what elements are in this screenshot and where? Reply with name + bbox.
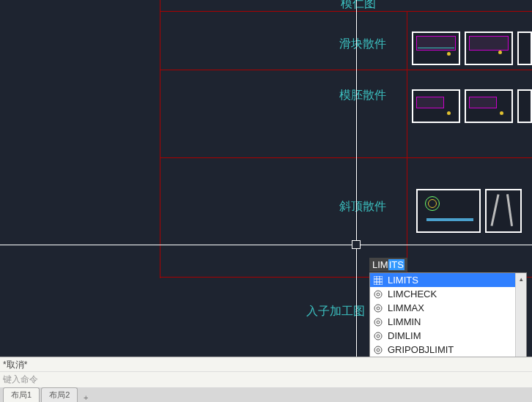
crosshair-horizontal xyxy=(0,245,532,245)
layout-tab-bar: 布局1 布局2 + xyxy=(0,387,532,402)
grid-line xyxy=(407,11,407,278)
command-history-line: *取消* xyxy=(0,357,532,372)
command-input[interactable]: 键入命令 xyxy=(0,372,532,387)
svg-point-11 xyxy=(374,332,382,340)
autocomplete-item[interactable]: LIMCHECK xyxy=(370,287,526,301)
autocomplete-label: GRIPOBJLIMIT xyxy=(388,344,454,355)
crosshair-vertical xyxy=(356,0,357,359)
svg-point-6 xyxy=(377,293,380,296)
command-panel: *取消* 键入命令 xyxy=(0,357,532,387)
scrollbar[interactable]: ▴ ▾ xyxy=(515,273,526,370)
autocomplete-item[interactable]: LIMMAX xyxy=(370,301,526,315)
gear-icon xyxy=(373,317,383,327)
svg-point-9 xyxy=(374,319,382,326)
grid-line xyxy=(160,0,160,278)
autocomplete-item[interactable]: DIMLIM xyxy=(370,329,526,343)
autocomplete-item[interactable]: LIMITS xyxy=(370,273,526,287)
autocomplete-item[interactable]: GRIPOBJLIMIT xyxy=(370,343,526,357)
drawing-thumbnail[interactable] xyxy=(465,89,513,123)
section-label: 模胚散件 xyxy=(339,88,386,103)
command-input-popup[interactable]: LIMITS xyxy=(369,258,407,272)
drawing-thumbnail[interactable] xyxy=(416,189,481,233)
autocomplete-item[interactable]: LIMMIN xyxy=(370,315,526,329)
drawing-thumbnail[interactable] xyxy=(517,31,532,65)
drawing-thumbnail[interactable] xyxy=(465,31,513,65)
svg-point-7 xyxy=(374,305,382,312)
section-label: 模仁图 xyxy=(341,0,376,12)
autocomplete-label: LIMITS xyxy=(388,275,418,286)
drawing-thumbnail[interactable] xyxy=(412,31,460,65)
svg-rect-0 xyxy=(374,276,383,285)
cursor-pickbox xyxy=(352,240,361,249)
gear-icon xyxy=(373,345,383,355)
svg-point-8 xyxy=(377,307,380,310)
svg-point-13 xyxy=(374,346,382,354)
layout-tab[interactable]: 布局2 xyxy=(41,387,78,402)
section-label: 斜顶散件 xyxy=(339,199,386,215)
drawing-thumbnail[interactable] xyxy=(517,89,532,123)
gear-icon xyxy=(373,289,383,299)
gear-icon xyxy=(373,331,383,341)
grid-icon xyxy=(373,275,383,286)
svg-point-12 xyxy=(377,335,380,338)
autocomplete-label: DIMLIM xyxy=(388,330,421,341)
autocomplete-label: LIMMAX xyxy=(388,302,424,313)
autocomplete-label: LIMCHECK xyxy=(388,289,437,299)
grid-line xyxy=(160,157,532,158)
grid-line xyxy=(160,70,532,70)
section-label: 滑块散件 xyxy=(339,37,386,52)
scroll-up-arrow[interactable]: ▴ xyxy=(516,273,526,284)
svg-point-10 xyxy=(377,321,380,324)
drawing-thumbnail[interactable] xyxy=(485,189,522,233)
autocomplete-dropdown: LIMITS LIMCHECK LIMMAX LIMMIN DIMLIM GRI… xyxy=(369,272,527,371)
gear-icon xyxy=(373,303,383,313)
svg-point-5 xyxy=(374,291,382,298)
autocomplete-label: LIMMIN xyxy=(388,316,421,327)
layout-tab[interactable]: 布局1 xyxy=(3,387,40,402)
add-layout-button[interactable]: + xyxy=(79,393,92,402)
input-typed: LIM xyxy=(372,259,388,270)
svg-point-14 xyxy=(377,349,380,351)
drawing-thumbnail[interactable] xyxy=(412,89,460,123)
input-completion: ITS xyxy=(388,259,404,270)
